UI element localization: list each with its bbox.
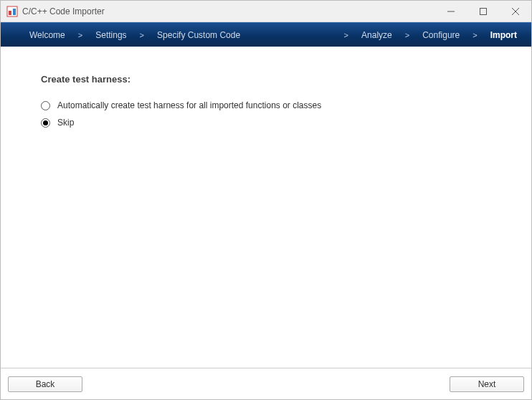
step-analyze[interactable]: Analyze	[361, 30, 392, 40]
close-button[interactable]	[499, 1, 531, 22]
chevron-right-icon: >	[405, 31, 409, 39]
app-icon	[6, 6, 18, 17]
wizard-breadcrumb: Welcome > Settings > Specify Custom Code…	[1, 22, 531, 47]
chevron-right-icon: >	[140, 31, 144, 39]
step-import[interactable]: Import	[490, 30, 517, 40]
window-controls	[434, 1, 531, 22]
chevron-right-icon: >	[78, 31, 82, 39]
step-configure[interactable]: Configure	[422, 30, 460, 40]
minimize-button[interactable]	[434, 1, 467, 22]
maximize-button[interactable]	[467, 1, 499, 22]
content-area: Create test harness: Automatically creat…	[1, 47, 531, 368]
chevron-right-icon: >	[344, 31, 348, 39]
footer: Back Next	[1, 368, 531, 399]
svg-rect-4	[480, 8, 486, 14]
chevron-right-icon: >	[472, 31, 477, 39]
step-welcome[interactable]: Welcome	[29, 30, 65, 40]
window-title: C/C++ Code Importer	[22, 6, 434, 16]
section-heading: Create test harness:	[41, 74, 491, 85]
back-button[interactable]: Back	[8, 376, 82, 392]
radio-label: Skip	[57, 118, 74, 128]
step-settings[interactable]: Settings	[95, 30, 126, 40]
radio-icon[interactable]	[41, 118, 50, 128]
step-specify-custom-code[interactable]: Specify Custom Code	[157, 30, 240, 40]
next-button[interactable]: Next	[450, 376, 524, 392]
radio-option-skip[interactable]: Skip	[41, 118, 491, 128]
titlebar: C/C++ Code Importer	[1, 1, 531, 22]
radio-label: Automatically create test harness for al…	[57, 100, 321, 110]
radio-icon[interactable]	[41, 101, 50, 110]
svg-rect-2	[13, 9, 16, 15]
radio-option-auto[interactable]: Automatically create test harness for al…	[41, 100, 491, 110]
svg-rect-1	[9, 11, 11, 15]
